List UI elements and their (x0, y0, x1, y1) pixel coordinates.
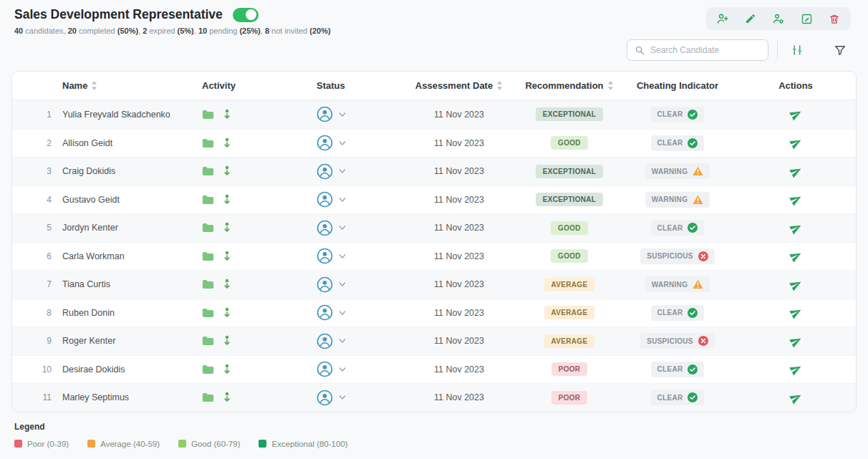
activity-cell (202, 165, 317, 177)
download-report-icon[interactable] (222, 364, 232, 375)
send-assessment-icon[interactable] (788, 191, 804, 208)
download-report-icon[interactable] (222, 222, 232, 233)
status-dropdown[interactable] (317, 276, 346, 293)
column-header-cheating-indicator: Cheating Indicator (619, 80, 736, 91)
status-dropdown[interactable] (317, 106, 346, 122)
activity-cell (202, 364, 317, 375)
column-label: Assessment Date (415, 80, 493, 91)
activity-cell (202, 307, 317, 319)
status-cell (317, 333, 399, 349)
send-assessment-icon[interactable] (788, 220, 804, 236)
stats-segment: pending (207, 26, 239, 35)
manage-team-icon[interactable] (771, 11, 786, 26)
recommendation-badge: EXCEPTIONAL (536, 193, 603, 206)
download-report-icon[interactable] (222, 279, 232, 290)
download-report-icon[interactable] (222, 251, 232, 262)
candidate-name: Roger Kenter (52, 336, 202, 346)
column-header-assessment-date[interactable]: Assessment Date (399, 80, 519, 91)
chevron-down-icon (339, 197, 346, 203)
column-settings-icon[interactable] (786, 39, 808, 61)
folder-icon[interactable] (202, 308, 214, 318)
stats-segment: (20%) (309, 26, 330, 35)
folder-icon[interactable] (202, 336, 214, 346)
status-dropdown[interactable] (317, 163, 346, 180)
assessment-date: 11 Nov 2023 (399, 110, 519, 120)
candidate-name: Jordyn Kenter (52, 223, 202, 233)
job-active-toggle[interactable] (233, 8, 259, 22)
candidate-name: Tiana Curtis (52, 279, 202, 289)
send-assessment-icon[interactable] (788, 361, 804, 377)
search-box[interactable] (627, 39, 768, 61)
assessment-date: 11 Nov 2023 (399, 392, 519, 402)
stats-segment: (5%) (178, 26, 194, 35)
status-dropdown[interactable] (317, 191, 346, 208)
folder-icon[interactable] (202, 110, 214, 120)
status-dropdown[interactable] (317, 361, 346, 377)
cheating-label: CLEAR (657, 394, 683, 402)
status-dropdown[interactable] (317, 333, 346, 349)
filter-funnel-icon[interactable] (829, 39, 851, 61)
status-dropdown[interactable] (317, 220, 346, 236)
folder-icon[interactable] (202, 223, 214, 233)
edit-icon[interactable] (743, 11, 758, 26)
column-header-name[interactable]: Name (52, 80, 202, 91)
send-assessment-icon[interactable] (788, 163, 804, 180)
send-assessment-icon[interactable] (788, 106, 804, 122)
send-assessment-icon[interactable] (788, 390, 804, 406)
folder-icon[interactable] (202, 166, 214, 176)
status-cell (317, 135, 399, 151)
folder-icon[interactable] (202, 138, 214, 148)
activity-cell (202, 222, 317, 233)
table-row: 5 Jordyn Kenter 11 Nov 2023 GOOD (12, 213, 856, 242)
download-report-icon[interactable] (222, 194, 232, 206)
cheating-badge: WARNING (645, 163, 710, 179)
folder-icon[interactable] (202, 392, 214, 402)
status-dropdown[interactable] (317, 390, 346, 406)
send-assessment-icon[interactable] (788, 276, 804, 293)
send-assessment-icon[interactable] (788, 248, 804, 264)
download-report-icon[interactable] (222, 109, 232, 120)
stats-segment: 40 (14, 26, 23, 35)
column-header-activity: Activity (202, 80, 317, 91)
sort-icon[interactable] (607, 81, 614, 90)
recommendation-badge: AVERAGE (544, 306, 595, 319)
chevron-down-icon (339, 310, 346, 316)
row-index: 6 (12, 251, 52, 261)
row-index: 1 (12, 110, 52, 120)
sort-icon[interactable] (91, 81, 97, 90)
download-report-icon[interactable] (222, 137, 232, 149)
send-assessment-icon[interactable] (788, 333, 804, 349)
legend-item: Average (40-59) (87, 440, 160, 448)
cheating-badge: WARNING (645, 192, 710, 208)
stats-segment: (25%) (239, 26, 260, 35)
status-cell (317, 276, 399, 293)
column-header-recommendation[interactable]: Recommendation (519, 80, 619, 91)
suspicious-x-icon (698, 336, 708, 346)
recommendation-badge: GOOD (551, 249, 588, 263)
edit-note-icon[interactable] (799, 11, 814, 26)
cheating-label: SUSPICIOUS (647, 252, 693, 260)
folder-icon[interactable] (202, 195, 214, 205)
recommendation-badge: GOOD (551, 221, 588, 235)
download-report-icon[interactable] (222, 392, 232, 403)
send-assessment-icon[interactable] (788, 304, 804, 321)
delete-icon[interactable] (827, 11, 842, 26)
toggle-knob (246, 9, 256, 20)
send-assessment-icon[interactable] (788, 135, 804, 151)
status-cell (317, 163, 399, 180)
add-candidate-icon[interactable] (715, 11, 730, 26)
folder-icon[interactable] (202, 279, 214, 289)
table-row: 4 Gustavo Geidt 11 Nov 2023 EXCEPTIONAL (12, 185, 856, 214)
download-report-icon[interactable] (222, 307, 232, 319)
row-index: 7 (12, 279, 52, 289)
status-dropdown[interactable] (317, 135, 346, 151)
status-dropdown[interactable] (317, 304, 346, 321)
status-dropdown[interactable] (317, 248, 346, 264)
search-input[interactable] (650, 45, 761, 55)
sort-icon[interactable] (496, 81, 503, 90)
table-row: 3 Craig Dokidis 11 Nov 2023 EXCEPTIONAL (12, 157, 856, 185)
download-report-icon[interactable] (222, 165, 232, 177)
download-report-icon[interactable] (222, 335, 232, 347)
folder-icon[interactable] (202, 364, 214, 375)
folder-icon[interactable] (202, 251, 214, 261)
